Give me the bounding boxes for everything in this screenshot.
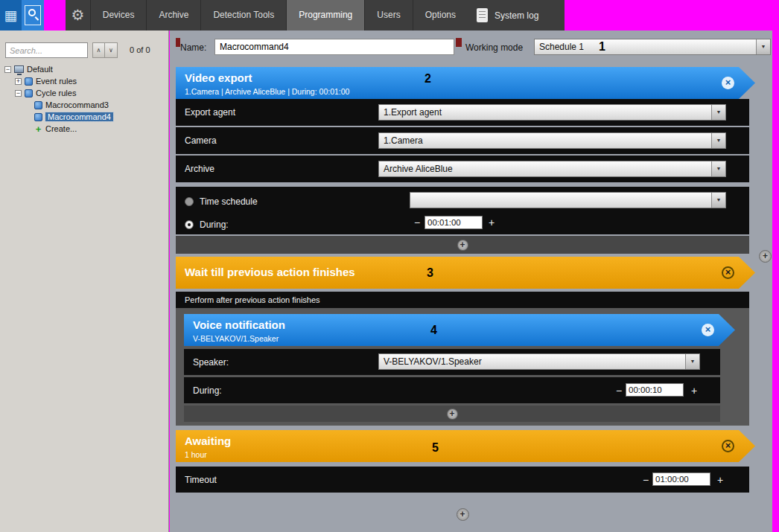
tab-devices[interactable]: Devices	[90, 0, 147, 31]
close-icon[interactable]: ×	[722, 440, 734, 452]
search-icon	[28, 9, 36, 16]
during-radio[interactable]	[185, 220, 194, 229]
name-input[interactable]	[214, 39, 454, 55]
application-window: ▦ ⚙ Devices Archive Detection Tools Prog…	[0, 0, 779, 532]
add-action-button[interactable]: +	[457, 240, 468, 251]
tree-item-cycle-rules[interactable]: − Cycle rules	[0, 87, 168, 99]
rules-tree: − Default + Event rules − Cycle rules Ma…	[0, 63, 168, 135]
add-action-row: +	[176, 236, 749, 254]
expander-icon[interactable]: −	[15, 90, 22, 97]
tab-detection-tools[interactable]: Detection Tools	[200, 0, 286, 31]
plus-icon[interactable]: +	[691, 385, 697, 397]
wait-header: Wait till previous action finishes ×	[176, 257, 755, 289]
global-search-button[interactable]	[22, 0, 44, 31]
tree-item-event-rules[interactable]: + Event rules	[0, 75, 168, 87]
archive-row: Archive Archive AliceBlue ▼	[176, 156, 749, 182]
voice-during-row: During: − +	[184, 377, 720, 403]
tab-users[interactable]: Users	[364, 0, 412, 31]
toolbar-tabs: ⚙ Devices Archive Detection Tools Progra…	[66, 0, 468, 31]
tree-item-macrocommand3[interactable]: Macrocommand3	[0, 99, 168, 111]
export-agent-row: Export agent 1.Export agent ▼	[176, 99, 749, 126]
sidebar: ∧ ∨ 0 of 0 − Default + Event rules − Cyc…	[0, 31, 169, 532]
archive-value: Archive AliceBlue	[379, 161, 711, 176]
export-agent-label: Export agent	[185, 107, 235, 118]
voice-during-input[interactable]	[626, 383, 684, 397]
app-grid-icon[interactable]: ▦	[0, 0, 22, 31]
tree-item-label: Default	[27, 65, 53, 74]
working-mode-value: Schedule 1	[535, 39, 756, 54]
chevron-down-icon[interactable]: ▼	[711, 161, 725, 176]
block-subtitle: 1 hour	[185, 450, 755, 459]
speaker-row: Speaker: V-BELYAKOV/1.Speaker ▼	[184, 349, 720, 375]
camera-row: Camera 1.Camera ▼	[176, 127, 749, 154]
add-block-button[interactable]: +	[457, 508, 469, 521]
close-icon[interactable]: ×	[702, 324, 714, 336]
during-input[interactable]	[425, 216, 483, 229]
time-schedule-option[interactable]: Time schedule	[185, 194, 258, 208]
search-next-button[interactable]: ∨	[105, 42, 118, 58]
plus-icon[interactable]: +	[717, 474, 723, 486]
chevron-down-icon[interactable]: ▼	[756, 39, 770, 54]
camera-select[interactable]: 1.Camera ▼	[378, 132, 726, 149]
close-icon[interactable]: ×	[722, 77, 734, 89]
camera-label: Camera	[185, 135, 217, 146]
expander-icon[interactable]: +	[15, 78, 22, 85]
tab-archive[interactable]: Archive	[146, 0, 200, 31]
time-schedule-radio[interactable]	[185, 197, 194, 206]
top-toolbar: ▦ ⚙ Devices Archive Detection Tools Prog…	[0, 0, 779, 31]
chevron-down-icon[interactable]: ▼	[711, 133, 725, 148]
voice-during-label: During:	[193, 385, 222, 396]
export-agent-value: 1.Export agent	[379, 105, 711, 120]
tab-options[interactable]: Options	[413, 0, 468, 31]
annotation-3: 3	[427, 266, 433, 280]
archive-label: Archive	[185, 164, 214, 174]
create-plus-icon: +	[34, 124, 42, 135]
tree-item-label: Event rules	[36, 77, 77, 86]
export-agent-select[interactable]: 1.Export agent ▼	[378, 104, 726, 121]
tree-item-label: Macrocommand3	[45, 100, 109, 109]
chevron-down-icon[interactable]: ▼	[711, 105, 725, 120]
archive-select[interactable]: Archive AliceBlue ▼	[378, 161, 726, 177]
speaker-select[interactable]: V-BELYAKOV/1.Speaker ▼	[378, 353, 700, 370]
tree-item-label: Cycle rules	[36, 89, 76, 97]
chevron-down-icon[interactable]: ▼	[685, 354, 699, 369]
add-action-button[interactable]: +	[447, 408, 458, 420]
annotation-2: 2	[425, 72, 431, 86]
minus-icon[interactable]: −	[643, 474, 649, 486]
minus-icon[interactable]: −	[414, 217, 420, 228]
perform-after-label: Perform after previous action finishes	[185, 295, 320, 304]
minus-icon[interactable]: −	[616, 385, 622, 397]
system-log-icon	[477, 8, 488, 22]
during-option[interactable]: During:	[185, 217, 229, 231]
add-block-row: +	[176, 500, 749, 528]
close-icon[interactable]: ×	[722, 266, 734, 279]
search-input[interactable]	[5, 42, 88, 58]
tree-item-macrocommand4[interactable]: Macrocommand4	[0, 111, 168, 123]
system-log-button[interactable]: System log	[468, 0, 565, 31]
working-mode-select[interactable]: Schedule 1 ▼	[534, 39, 771, 55]
search-prev-button[interactable]: ∧	[92, 42, 105, 58]
working-mode-label: Working mode	[465, 42, 523, 53]
plus-icon[interactable]: +	[489, 217, 495, 228]
time-schedule-select[interactable]: ▼	[410, 192, 726, 208]
name-label: Name:	[180, 42, 206, 53]
macro-icon	[34, 101, 42, 109]
computer-icon	[14, 65, 24, 73]
expander-icon[interactable]: −	[4, 66, 11, 73]
chevron-down-icon[interactable]: ▼	[711, 193, 725, 208]
main-panel: Name: Working mode Schedule 1 ▼ 1 Video …	[170, 31, 772, 532]
perform-after-row: Perform after previous action finishes	[176, 292, 749, 308]
block-title: Awaiting	[185, 435, 755, 447]
tree-item-default[interactable]: − Default	[0, 63, 168, 75]
gear-icon[interactable]: ⚙	[66, 0, 90, 31]
tree-item-label: Create...	[45, 124, 77, 133]
tree-item-create[interactable]: + Create...	[0, 123, 168, 135]
add-sequence-button[interactable]: +	[759, 250, 772, 263]
system-log-label: System log	[495, 10, 538, 21]
tab-programming[interactable]: Programming	[286, 0, 364, 31]
timeout-row: Timeout − +	[176, 467, 749, 493]
awaiting-header: Awaiting 1 hour ×	[176, 430, 755, 462]
block-subtitle: 1.Camera | Archive AliceBlue | During: 0…	[185, 87, 755, 96]
time-schedule-value	[410, 193, 711, 208]
timeout-input[interactable]	[652, 472, 710, 486]
